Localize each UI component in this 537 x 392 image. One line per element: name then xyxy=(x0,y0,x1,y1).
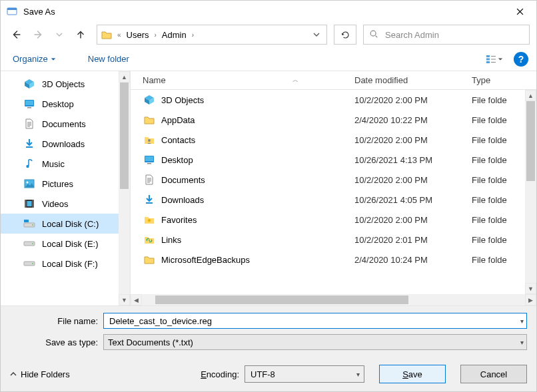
chevron-down-icon[interactable]: ▾ xyxy=(356,371,360,378)
picture-icon xyxy=(23,178,35,190)
folder-icon xyxy=(143,113,156,126)
svg-point-27 xyxy=(148,139,151,142)
cancel-button[interactable]: Cancel xyxy=(460,365,527,383)
breadcrumb[interactable]: « Users › Admin › xyxy=(97,25,327,45)
scroll-thumb[interactable] xyxy=(526,101,535,181)
crumb-users[interactable]: Users xyxy=(125,30,151,40)
help-button[interactable]: ? xyxy=(514,52,528,67)
sidebar-item[interactable]: Desktop xyxy=(1,94,130,114)
file-row[interactable]: Desktop10/26/2021 4:13 PMFile folde xyxy=(131,150,525,170)
desktop-icon xyxy=(143,153,156,166)
forward-button[interactable] xyxy=(29,25,47,44)
sidebar-scrollbar[interactable]: ▲ ▼ xyxy=(119,71,130,305)
col-type[interactable]: Type xyxy=(472,75,536,85)
chevron-down-icon[interactable]: ▾ xyxy=(520,317,524,325)
file-type: File folde xyxy=(472,155,507,165)
filename-combo[interactable]: ▾ xyxy=(103,313,527,329)
svg-rect-1 xyxy=(7,8,17,10)
sidebar-item[interactable]: Local Disk (F:) xyxy=(1,254,130,274)
scroll-thumb[interactable] xyxy=(120,83,129,189)
svg-rect-7 xyxy=(491,59,496,59)
file-row[interactable]: Contacts10/2/2020 2:00 PMFile folde xyxy=(131,130,525,150)
list-horizontal-scrollbar[interactable]: ◀ ▶ xyxy=(131,294,536,305)
file-row[interactable]: Downloads10/26/2021 4:05 PMFile folde xyxy=(131,190,525,210)
file-type: File folde xyxy=(472,115,507,125)
file-name: Documents xyxy=(161,175,354,185)
col-date[interactable]: Date modified xyxy=(354,75,472,85)
search-icon xyxy=(369,29,378,41)
sidebar-item-label: Music xyxy=(42,159,65,169)
file-date: 2/4/2020 10:24 PM xyxy=(354,255,472,265)
organize-menu[interactable]: Organize xyxy=(9,51,60,67)
sidebar-item[interactable]: Music xyxy=(1,154,130,174)
list-vertical-scrollbar[interactable]: ▲ ▼ xyxy=(525,90,536,294)
scroll-thumb[interactable] xyxy=(155,295,408,304)
file-date: 10/2/2020 2:00 PM xyxy=(354,95,472,105)
recent-dropdown[interactable] xyxy=(50,25,69,44)
refresh-button[interactable] xyxy=(334,25,356,45)
svg-rect-17 xyxy=(25,200,27,208)
file-type: File folde xyxy=(472,215,507,225)
main-area: 3D ObjectsDesktopDocumentsDownloadsMusic… xyxy=(1,71,536,305)
chevron-down-icon[interactable]: ▾ xyxy=(520,339,524,346)
sidebar-item-label: 3D Objects xyxy=(42,79,85,89)
save-button[interactable]: Save xyxy=(379,365,446,383)
svg-rect-30 xyxy=(147,163,151,164)
scroll-right-icon[interactable]: ▶ xyxy=(525,294,536,305)
sidebar-item-label: Desktop xyxy=(42,99,74,109)
view-options-button[interactable] xyxy=(482,51,507,68)
svg-rect-19 xyxy=(27,201,32,206)
window-title: Save As xyxy=(23,7,504,17)
sidebar: 3D ObjectsDesktopDocumentsDownloadsMusic… xyxy=(1,71,131,305)
bottom-panel: File name: ▾ Save as type: Text Document… xyxy=(1,305,536,391)
svg-rect-4 xyxy=(486,58,490,60)
file-type: File folde xyxy=(472,95,507,105)
sidebar-item[interactable]: Documents xyxy=(1,114,130,134)
close-button[interactable] xyxy=(504,1,535,21)
encoding-combo[interactable]: UTF-8 ▾ xyxy=(245,365,364,383)
sidebar-item-label: Local Disk (E:) xyxy=(42,239,99,249)
breadcrumb-dropdown[interactable] xyxy=(309,30,324,40)
sidebar-item[interactable]: Downloads xyxy=(1,134,130,154)
up-button[interactable] xyxy=(71,25,90,44)
sidebar-item[interactable]: 3D Objects xyxy=(1,74,130,94)
scroll-up-icon[interactable]: ▲ xyxy=(525,90,536,101)
sidebar-item[interactable]: Pictures xyxy=(1,174,130,194)
file-name: 3D Objects xyxy=(161,95,354,105)
file-type: File folde xyxy=(472,175,507,185)
file-name: Contacts xyxy=(161,135,354,145)
svg-rect-12 xyxy=(26,146,33,148)
hide-folders-button[interactable]: Hide Folders xyxy=(10,369,70,379)
saveastype-combo[interactable]: Text Documents (*.txt) ▾ xyxy=(103,334,527,350)
back-button[interactable] xyxy=(7,25,26,44)
file-row[interactable]: 3D Objects10/2/2020 2:00 PMFile folde xyxy=(131,90,525,110)
file-row[interactable]: MicrosoftEdgeBackups2/4/2020 10:24 PMFil… xyxy=(131,250,525,270)
sidebar-item[interactable]: Videos xyxy=(1,194,130,214)
file-name: Links xyxy=(161,235,354,245)
sidebar-item-label: Videos xyxy=(42,199,69,209)
scroll-left-icon[interactable]: ◀ xyxy=(131,294,142,305)
search-box[interactable] xyxy=(363,25,530,45)
scroll-up-icon[interactable]: ▲ xyxy=(119,71,130,83)
document-icon xyxy=(143,173,156,186)
saveastype-value: Text Documents (*.txt) xyxy=(108,337,193,347)
filename-input[interactable] xyxy=(108,315,522,327)
col-name[interactable]: Name︿ xyxy=(143,75,354,85)
save-as-dialog: Save As « Users › Admin › Organize xyxy=(0,0,537,392)
file-row[interactable]: Documents10/2/2020 2:00 PMFile folde xyxy=(131,170,525,190)
crumb-admin[interactable]: Admin xyxy=(161,30,188,40)
file-row[interactable]: Favorites10/2/2020 2:00 PMFile folde xyxy=(131,210,525,230)
download-icon xyxy=(23,138,35,150)
scroll-down-icon[interactable]: ▼ xyxy=(525,283,536,294)
scroll-down-icon[interactable]: ▼ xyxy=(119,294,130,305)
file-row[interactable]: AppData2/4/2020 10:22 PMFile folde xyxy=(131,110,525,130)
toolbar: Organize New folder ? xyxy=(1,47,536,71)
sidebar-item[interactable]: Local Disk (E:) xyxy=(1,234,130,254)
search-input[interactable] xyxy=(384,29,524,41)
file-date: 10/2/2020 2:00 PM xyxy=(354,175,472,185)
file-date: 10/26/2021 4:13 PM xyxy=(354,155,472,165)
sidebar-item[interactable]: Local Disk (C:) xyxy=(1,214,130,234)
file-row[interactable]: Links10/2/2020 2:01 PMFile folde xyxy=(131,230,525,250)
new-folder-button[interactable]: New folder xyxy=(84,51,133,67)
file-type: File folde xyxy=(472,195,507,205)
